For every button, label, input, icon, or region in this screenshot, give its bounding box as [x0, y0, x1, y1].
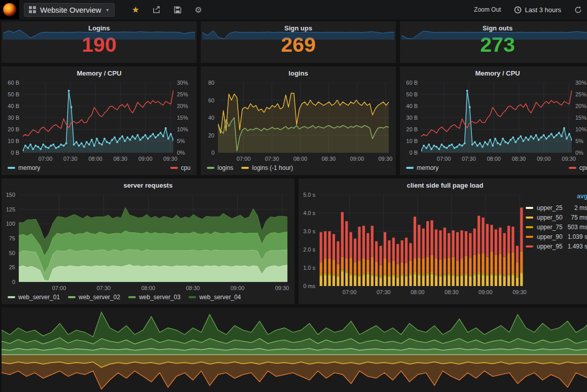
axis-tick-label: 0 B [2, 150, 19, 156]
axis-tick-label: 100 [2, 221, 15, 227]
signouts-sparkline [401, 25, 587, 40]
logins-chart[interactable] [218, 83, 389, 153]
axis-tick-label: 09:00 [231, 285, 245, 291]
legend-item-upper-75[interactable]: upper_75 503 ms [526, 222, 587, 232]
grafana-logo[interactable] [0, 0, 19, 19]
legend-table: avg upper_25 2 ms upper_50 75 ms upper_7… [526, 192, 587, 251]
legend: memory cpu [8, 164, 191, 171]
legend-item-upper-25[interactable]: upper_25 2 ms [526, 203, 587, 212]
axis-tick-label: 1.0 s [299, 265, 315, 271]
axis-tick-label: 09:30 [378, 156, 392, 162]
axis-tick-label: 40 B [2, 103, 19, 109]
legend-swatch [207, 167, 214, 169]
stats-row: Logins 190 Sign ups 269 Sign outs 273 [2, 21, 587, 63]
panel-title[interactable]: logins [201, 69, 396, 77]
server-requests-chart[interactable] [19, 195, 287, 282]
panel-title[interactable]: client side full page load [299, 182, 587, 189]
axis-tick-label: 80 [201, 80, 214, 86]
dashboard: Logins 190 Sign ups 269 Sign outs 273 Me… [0, 19, 587, 392]
legend-item-memory[interactable]: memory [8, 164, 40, 171]
bottom-row [2, 308, 587, 392]
axis-tick-label: 09:00 [138, 156, 153, 162]
axis-tick-label: 08:30 [445, 289, 459, 295]
panel-title[interactable]: server requests [2, 182, 295, 189]
axis-tick-label: 07:00 [437, 156, 451, 162]
axis-tick-label: 10% [575, 126, 586, 132]
panel-title[interactable]: Memory / CPU [400, 69, 587, 77]
legend-item-logins-1h[interactable]: logins (-1 hour) [241, 164, 293, 171]
axis-tick-label: 40 B [400, 103, 418, 109]
gear-icon[interactable]: ⚙ [195, 5, 202, 15]
panel-memory-cpu-left: Memory / CPU 60 B50 B40 B30 B20 B10 B0 B… [2, 66, 197, 175]
legend-item-logins[interactable]: logins [207, 164, 233, 171]
time-range-label: Last 3 hours [525, 6, 561, 14]
axis-tick-label: 07:00 [343, 289, 357, 295]
axis-tick-label: 3.0 s [299, 228, 315, 234]
legend-item-upper-90[interactable]: upper_90 1.039 s [526, 232, 587, 241]
axis-tick-label: 40 [201, 115, 214, 121]
save-icon[interactable] [174, 6, 181, 14]
legend-item-upper-50[interactable]: upper_50 75 ms [526, 212, 587, 222]
network-chart[interactable] [2, 308, 587, 392]
legend-item-web-server-01[interactable]: web_server_01 [8, 294, 60, 301]
legend-swatch [526, 226, 533, 228]
axis-tick-label: 10% [177, 126, 188, 132]
axis-tick-label: 50 [2, 250, 15, 256]
axis-tick-label: 0 B [400, 150, 418, 156]
axis-tick-label: 150 [2, 192, 15, 198]
time-range-picker[interactable]: Last 3 hours [514, 6, 561, 14]
zoom-out-button[interactable]: Zoom Out [474, 6, 501, 13]
panel-signouts-stat: Sign outs 273 [400, 21, 587, 63]
axis-tick-label: 10 B [2, 138, 19, 144]
axis-tick-label: 09:30 [275, 285, 289, 291]
legend-swatch [406, 167, 414, 169]
refresh-icon[interactable] [574, 6, 582, 14]
axis-tick-label: 25 [2, 264, 15, 270]
legend-item-upper-95[interactable]: upper_95 1.493 s [526, 241, 587, 251]
legend-swatch [241, 167, 249, 169]
axis-tick-label: 30 B [2, 115, 19, 121]
legend-swatch [526, 217, 533, 219]
axis-tick-label: 08:00 [88, 156, 102, 162]
axis-tick-label: 09:00 [479, 289, 493, 295]
legend-header-avg[interactable]: avg [526, 192, 587, 203]
axis-tick-label: 0 [201, 150, 214, 156]
axis-tick-label: 60 B [2, 80, 19, 86]
legend-item-web-server-03[interactable]: web_server_03 [128, 294, 180, 301]
axis-tick-label: 5% [177, 138, 185, 144]
clock-icon [514, 6, 522, 14]
axis-tick-label: 15% [575, 115, 586, 121]
grafana-logo-icon [3, 3, 16, 16]
axis-tick-label: 08:00 [294, 156, 308, 162]
axis-tick-label: 60 [201, 97, 214, 103]
axis-tick-label: 20 [201, 132, 214, 138]
legend-swatch [569, 167, 576, 169]
legend-item-memory[interactable]: memory [406, 164, 438, 171]
axis-tick-label: 0% [177, 150, 185, 156]
axis-tick-label: 5.0 s [299, 192, 315, 198]
legend-swatch [128, 296, 136, 298]
legend: memory cpu [406, 164, 587, 171]
memory-cpu-chart[interactable] [23, 83, 173, 153]
legend-item-web-server-02[interactable]: web_server_02 [68, 294, 120, 301]
share-icon[interactable] [153, 6, 161, 14]
star-icon[interactable]: ★ [132, 5, 139, 15]
axis-tick-label: 09:00 [537, 156, 551, 162]
axis-tick-label: 07:30 [97, 285, 111, 291]
memory-cpu-chart[interactable] [421, 83, 572, 153]
axis-tick-label: 20 B [2, 126, 19, 132]
signups-sparkline [202, 25, 394, 40]
chevron-down-icon: ▾ [106, 7, 109, 13]
axis-tick-label: 50 B [2, 91, 19, 97]
axis-tick-label: 07:30 [462, 156, 476, 162]
dashboard-grid-icon [29, 6, 36, 13]
legend-swatch [8, 296, 15, 298]
legend-item-cpu[interactable]: cpu [170, 164, 191, 171]
legend-item-cpu[interactable]: cpu [569, 164, 587, 171]
axis-tick-label: 09:00 [350, 156, 364, 162]
dashboard-picker[interactable]: Website Overview ▾ [24, 3, 115, 17]
axis-tick-label: 08:30 [186, 285, 200, 291]
legend-item-web-server-04[interactable]: web_server_04 [189, 294, 241, 301]
page-load-chart[interactable] [319, 195, 524, 286]
panel-title[interactable]: Memory / CPU [2, 69, 197, 77]
